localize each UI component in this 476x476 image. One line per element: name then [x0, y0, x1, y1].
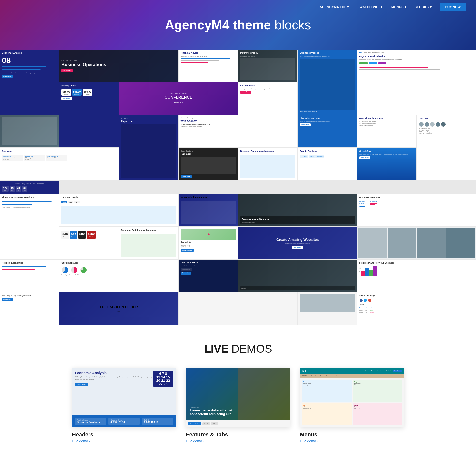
demo-card-features[interactable]: Flexible Rates Lorem ipsum dolor sit ame… — [186, 368, 290, 443]
tile-business-solutions[interactable]: Business Solutions Economic Analysis US … — [357, 194, 476, 226]
nav-watchvideo[interactable]: WATCH VIDEO — [360, 5, 384, 9]
tile-lets-touch[interactable]: Let's Get In Touch Subscribe to our news… — [179, 260, 238, 292]
demo-card-link-headers[interactable]: Live demo — [72, 439, 90, 443]
nav-agencym4[interactable]: AGENCYM4 THEME — [320, 5, 352, 9]
demo-card-link-features[interactable]: Live demo — [186, 439, 204, 443]
demo-preview-features: Flexible Rates Lorem ipsum dolor sit ame… — [186, 368, 290, 427]
tile-our-news[interactable]: Our News January 2252 Lorem ipsum dolor … — [0, 148, 119, 180]
tile-first-class[interactable]: Business Branding with Agency First clas… — [179, 115, 298, 147]
tile-pricing-1[interactable]: Pricing Plans $35.99 Starter $65.99 Busi… — [60, 82, 119, 147]
tile-first-class-2[interactable]: First class business solutions Lorem ips… — [0, 194, 59, 259]
tile-smart-solutions[interactable]: Smart Solutions For You Learn More — [179, 148, 238, 180]
tile-photo-3[interactable] — [179, 292, 298, 325]
tile-pricing-white[interactable]: $35 Starter $65 Business $90 Premium $15… — [60, 227, 119, 259]
tile-business-branding[interactable]: Business Branding with Agency — [238, 148, 297, 180]
tile-business-process[interactable]: Business Process Lorem ipsum dolor sit a… — [298, 50, 357, 115]
tile-tabs-media[interactable]: Tabs and media Tab 1 Tab 2 Tab 3 — [60, 194, 178, 226]
tile-create-website-2[interactable]: Create Amazing Websites Professional web… — [238, 227, 357, 259]
tile-contact-us[interactable]: Contact Us 📞 Mobile: 00 00 📧 info@exampl… — [179, 227, 238, 259]
tile-share-table[interactable]: Share This Page! Table NameValueStatus I… — [357, 292, 476, 325]
demo-card-headers[interactable]: Economic Analysis Click any link and to … — [72, 368, 176, 443]
demo-card-title-features: Features & Tabs — [186, 431, 290, 438]
mosaic-grid-2: First class business solutions Lorem ips… — [0, 194, 476, 325]
tile-business-office[interactable]: Business — [238, 260, 357, 292]
tile-our-team[interactable]: Our Team John Smith — CEO Jane Doe — CTO… — [417, 115, 476, 180]
tile-business-redefined[interactable]: Business Redefined with Agency — [119, 227, 178, 259]
tile-flexible-plans[interactable]: Flexible Plans For Your Business S M L X… — [357, 260, 476, 292]
hero-title: AgencyM4 theme blocks — [165, 17, 311, 32]
tile-business-operations[interactable]: OPTIMIZE YOUR Business Operations! Get S… — [60, 50, 178, 82]
buy-now-button[interactable]: BUY NOW — [440, 3, 466, 11]
tile-organizational-behavior[interactable]: M4 Home About Services Blog Contact Orga… — [357, 50, 476, 115]
demo-card-link-menus[interactable]: Live demo — [300, 439, 318, 443]
tile-photo-row[interactable] — [357, 227, 476, 259]
demo-card-title-menus: Menus — [300, 431, 404, 438]
tile-political-economics[interactable]: Political Economics — [0, 260, 59, 292]
mosaic-grid: Economic Analysis 08 Lorem ipsum dolor s… — [0, 50, 476, 194]
tile-private-banking[interactable]: Private Banking Choices Coins Analytics — [298, 148, 357, 180]
tile-photo-4[interactable] — [298, 292, 357, 325]
tile-create-website[interactable]: Create Amazing Websites Professional web… — [238, 194, 357, 226]
tile-economic-analysis[interactable]: Economic Analysis 08 Lorem ipsum dolor s… — [0, 50, 59, 115]
tile-credit-card[interactable]: Credit Card Lorem ipsum dolor sit amet c… — [357, 148, 416, 180]
tile-best-financial[interactable]: Best Financial Experts 01 Lorem ipsum do… — [357, 115, 416, 147]
demos-grid: Economic Analysis Click any link and to … — [50, 368, 426, 443]
live-demos-section: LIVE DEMOS Economic Analysis Click any l… — [0, 325, 476, 458]
demo-preview-headers: Economic Analysis Click any link and to … — [72, 368, 176, 427]
live-demos-title: LIVE DEMOS — [50, 342, 426, 355]
tile-our-advantages[interactable]: Our advantages Marketing — Finance — Ana… — [60, 260, 178, 292]
tile-smart-photo[interactable]: Smart Solutions For You — [179, 194, 238, 226]
tile-marketing-conference[interactable]: 2017 MARKETING CONFERENCE Register Now — [119, 82, 238, 115]
tile-right-service[interactable]: Need Help Finding The Right Service? Con… — [0, 292, 59, 325]
tile-proven-expertise[interactable]: A Proven Expertise — [119, 115, 178, 180]
tile-insurance-policy[interactable]: Insurance Policy Lorem ipsum dolor sit a… — [238, 50, 297, 82]
tile-financial-advise[interactable]: Financial Advise Lorem ipsum dolor sit a… — [179, 50, 238, 82]
nav-menus[interactable]: MENUS — [391, 5, 407, 9]
nav-blocks[interactable]: BLOCKS — [415, 5, 432, 9]
tile-photo-laptop[interactable] — [0, 115, 59, 147]
demo-card-title-headers: Headers — [72, 431, 176, 438]
tile-we-offer[interactable]: Like What We Offer? Lorem ipsum dolor si… — [298, 115, 357, 147]
tile-fullscreen-slider[interactable]: FULL SCREEN SLIDER 15:59 — [60, 292, 178, 325]
tile-count-event[interactable]: Count Every Second Until The Event 122Da… — [0, 181, 59, 194]
demo-preview-menus: M4 Home About Services Contact Buy Now M… — [300, 368, 404, 427]
demo-card-menus[interactable]: M4 Home About Services Contact Buy Now M… — [300, 368, 404, 443]
navbar: AGENCYM4 THEME WATCH VIDEO MENUS BLOCKS … — [0, 0, 476, 14]
tile-flexible-rates[interactable]: Flexible Rates Lorem ipsum dolor sit ame… — [238, 82, 297, 115]
